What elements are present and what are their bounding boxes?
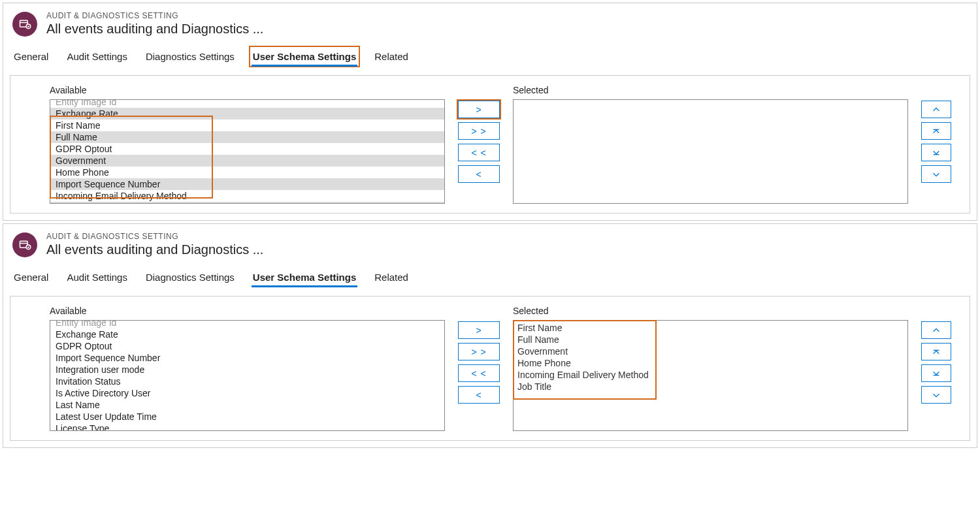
selected-label: Selected	[513, 306, 908, 316]
available-listbox[interactable]: Entity Image Id Exchange Rate First Name…	[50, 99, 445, 204]
tab-general[interactable]: General	[12, 269, 50, 285]
tab-diagnostics-settings[interactable]: Diagnostics Settings	[144, 48, 236, 65]
dual-list-content: Available Entity Image Id Exchange Rate …	[10, 296, 970, 441]
list-item[interactable]: Government	[517, 345, 904, 357]
tab-general[interactable]: General	[12, 48, 50, 65]
tab-related[interactable]: Related	[373, 48, 410, 65]
tab-user-schema-settings[interactable]: User Schema Settings	[252, 48, 357, 65]
available-column: Available Entity Image Id Exchange Rate …	[50, 306, 445, 431]
list-item[interactable]: Import Sequence Number	[50, 178, 444, 190]
list-item[interactable]: GDPR Optout	[50, 340, 444, 352]
move-down-button[interactable]	[921, 386, 951, 404]
list-item[interactable]: Entity Image Id	[50, 99, 444, 108]
page-title: All events auditing and Diagnostics ...	[46, 242, 263, 257]
move-all-right-button[interactable]: > >	[458, 343, 500, 360]
list-item[interactable]: Home Phone	[50, 167, 444, 178]
panel-header: AUDIT & DIAGNOSTICS SETTING All events a…	[3, 224, 977, 263]
list-item[interactable]: Full Name	[50, 131, 444, 143]
tab-audit-settings[interactable]: Audit Settings	[65, 269, 129, 285]
move-buttons: > > > < < <	[458, 101, 500, 183]
move-top-button[interactable]	[921, 122, 951, 140]
tab-audit-settings[interactable]: Audit Settings	[65, 48, 129, 65]
list-item[interactable]: First Name	[517, 322, 904, 334]
list-item[interactable]: Full Name	[517, 334, 904, 345]
list-item[interactable]: Last Name	[50, 399, 444, 411]
list-item[interactable]: Invitation Status	[50, 376, 444, 387]
breadcrumb: AUDIT & DIAGNOSTICS SETTING	[46, 11, 263, 20]
list-item[interactable]: Latest User Update Time	[50, 411, 444, 423]
available-label: Available	[50, 85, 445, 95]
tab-related[interactable]: Related	[373, 269, 410, 285]
list-item[interactable]: First Name	[50, 120, 444, 131]
list-item[interactable]: Home Phone	[517, 357, 904, 369]
tab-user-schema-settings[interactable]: User Schema Settings	[252, 269, 357, 285]
audit-panel-after: AUDIT & DIAGNOSTICS SETTING All events a…	[3, 223, 977, 448]
reorder-buttons	[921, 321, 951, 404]
list-item[interactable]: Entity Image Id	[50, 320, 444, 328]
move-bottom-button[interactable]	[921, 364, 951, 382]
selected-column: Selected First Name Full Name Government…	[513, 306, 908, 431]
move-top-button[interactable]	[921, 343, 951, 360]
move-bottom-button[interactable]	[921, 144, 951, 161]
list-item[interactable]: Incoming Email Delivery Method	[517, 369, 904, 381]
available-column: Available Entity Image Id Exchange Rate …	[50, 85, 445, 204]
selected-listbox[interactable]	[513, 99, 908, 204]
audit-panel-before: AUDIT & DIAGNOSTICS SETTING All events a…	[3, 3, 977, 221]
page-title: All events auditing and Diagnostics ...	[46, 22, 263, 37]
dual-list-content: Available Entity Image Id Exchange Rate …	[10, 75, 970, 214]
tab-diagnostics-settings[interactable]: Diagnostics Settings	[144, 269, 236, 285]
move-left-button[interactable]: <	[458, 386, 500, 404]
move-all-left-button[interactable]: < <	[458, 144, 500, 161]
list-item[interactable]: Import Sequence Number	[50, 352, 444, 364]
move-right-button[interactable]: >	[458, 101, 500, 118]
list-item[interactable]: Government	[50, 155, 444, 167]
list-item[interactable]: Integration user mode	[50, 364, 444, 376]
move-up-button[interactable]	[921, 101, 951, 118]
available-listbox[interactable]: Entity Image Id Exchange Rate GDPR Optou…	[50, 320, 445, 431]
list-item[interactable]: Exchange Rate	[50, 328, 444, 340]
list-item[interactable]: License Type	[50, 423, 444, 431]
move-up-button[interactable]	[921, 321, 951, 339]
selected-label: Selected	[513, 85, 908, 95]
available-label: Available	[50, 306, 445, 316]
move-buttons: > > > < < <	[458, 321, 500, 404]
move-down-button[interactable]	[921, 165, 951, 183]
panel-header: AUDIT & DIAGNOSTICS SETTING All events a…	[3, 3, 977, 42]
selected-column: Selected	[513, 85, 908, 204]
selected-listbox[interactable]: First Name Full Name Government Home Pho…	[513, 320, 908, 431]
move-all-left-button[interactable]: < <	[458, 364, 500, 382]
list-item[interactable]: Job Title	[517, 381, 904, 392]
move-all-right-button[interactable]: > >	[458, 122, 500, 140]
tab-bar: General Audit Settings Diagnostics Setti…	[3, 42, 977, 69]
entity-icon	[12, 12, 37, 37]
list-item[interactable]: Integration user mode	[50, 202, 444, 204]
breadcrumb: AUDIT & DIAGNOSTICS SETTING	[46, 232, 263, 241]
entity-icon	[12, 232, 37, 257]
tab-bar: General Audit Settings Diagnostics Setti…	[3, 263, 977, 289]
list-item[interactable]: Exchange Rate	[50, 108, 444, 120]
reorder-buttons	[921, 101, 951, 183]
list-item[interactable]: GDPR Optout	[50, 143, 444, 155]
list-item[interactable]: Is Active Directory User	[50, 387, 444, 399]
move-right-button[interactable]: >	[458, 321, 500, 339]
list-item[interactable]: Incoming Email Delivery Method	[50, 190, 444, 202]
move-left-button[interactable]: <	[458, 165, 500, 183]
